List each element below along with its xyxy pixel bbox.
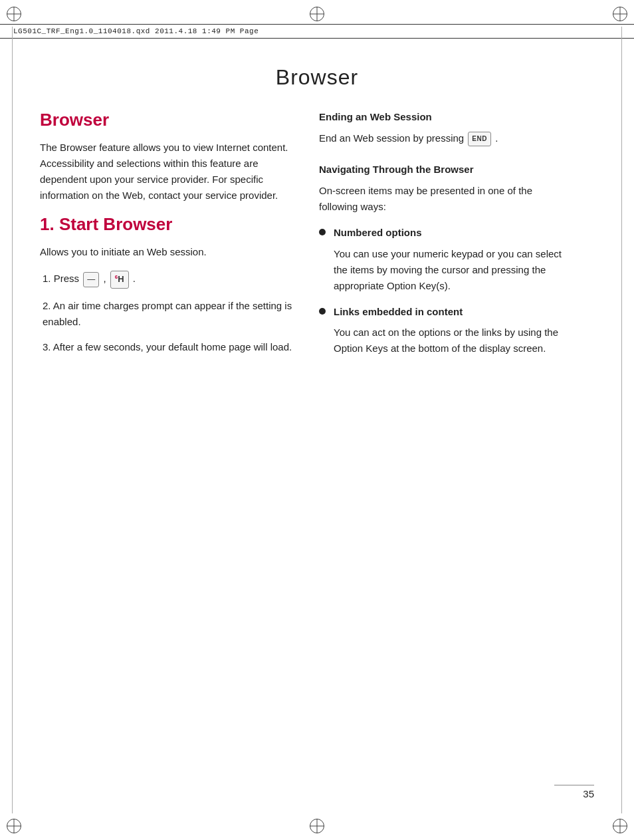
step1-key1: — [83, 272, 99, 287]
left-column: Browser The Browser feature allows you t… [40, 110, 292, 367]
step1-prefix: 1. Press [43, 273, 79, 285]
page-number-area: 35 [554, 785, 594, 800]
ending-text-prefix: End an Web session by pressing [319, 132, 464, 144]
content-area: Browser The Browser feature allows you t… [0, 110, 634, 367]
left-border [12, 27, 13, 813]
ending-heading: Ending an Web Session [319, 110, 572, 124]
ending-text: End an Web session by pressing END . [319, 130, 572, 146]
browser-heading: Browser [40, 110, 292, 130]
page-number-line [554, 785, 594, 785]
step3: 3. After a few seconds, your default hom… [40, 339, 292, 355]
bullet-body-1: You can use your numeric keypad or you c… [319, 246, 572, 294]
bullet-item-numbered: Numbered options [319, 225, 572, 241]
start-browser-heading: 1. Start Browser [40, 214, 292, 235]
step2: 2. An air time charges prompt can appear… [40, 298, 292, 330]
bullet-label-2: Links embedded in content [334, 305, 463, 320]
right-border [621, 27, 622, 813]
page-header: LG501C_TRF_Eng1.0_1104018.qxd 2011.4.18 … [0, 24, 634, 39]
step1-separator: , [103, 273, 106, 285]
header-text: LG501C_TRF_Eng1.0_1104018.qxd 2011.4.18 … [13, 27, 259, 35]
navigating-intro: On-screen items may be presented in one … [319, 183, 572, 215]
bullet-body-2: You can act on the options or the links … [319, 325, 572, 356]
page-title: Browser [0, 65, 634, 90]
step1-suffix: . [133, 273, 136, 285]
right-column: Ending an Web Session End an Web session… [319, 110, 572, 367]
page-number: 35 [583, 788, 594, 799]
browser-intro: The Browser feature allows you to view I… [40, 140, 292, 204]
bullet-dot-2 [319, 308, 326, 315]
bullet-dot-1 [319, 229, 326, 235]
navigating-heading: Navigating Through the Browser [319, 162, 572, 176]
ending-key: END [468, 132, 491, 146]
page-title-container: Browser [0, 39, 634, 110]
start-browser-intro: Allows you to initiate an Web session. [40, 244, 292, 260]
bullet-label-1: Numbered options [334, 225, 422, 241]
ending-text-suffix: . [495, 132, 498, 144]
step1-key2: 6H [110, 271, 129, 289]
step1: 1. Press — , 6H . [40, 271, 292, 289]
bullet-item-links: Links embedded in content [319, 305, 572, 320]
